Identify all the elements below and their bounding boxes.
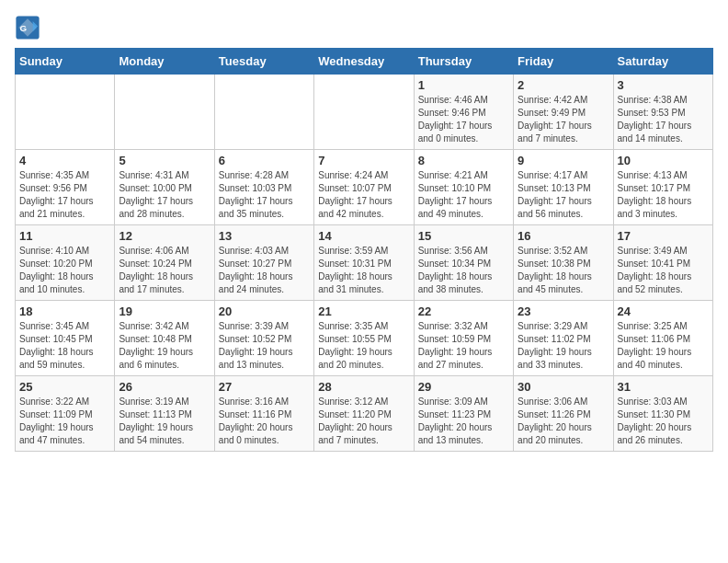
- calendar-cell: [16, 75, 115, 150]
- day-number: 17: [618, 229, 709, 243]
- day-number: 18: [19, 304, 110, 318]
- day-number: 26: [119, 380, 210, 394]
- day-info: Sunrise: 3:19 AM Sunset: 11:13 PM Daylig…: [119, 396, 210, 447]
- calendar-cell: 7Sunrise: 4:24 AM Sunset: 10:07 PM Dayli…: [314, 150, 414, 225]
- day-info: Sunrise: 3:03 AM Sunset: 11:30 PM Daylig…: [618, 396, 709, 447]
- day-number: 30: [518, 380, 609, 394]
- logo-icon: G: [15, 15, 40, 40]
- day-info: Sunrise: 4:28 AM Sunset: 10:03 PM Daylig…: [219, 169, 310, 221]
- header-sunday: Sunday: [16, 49, 115, 75]
- calendar-cell: 2Sunrise: 4:42 AM Sunset: 9:49 PM Daylig…: [514, 75, 613, 150]
- week-row-1: 1Sunrise: 4:46 AM Sunset: 9:46 PM Daylig…: [16, 75, 713, 150]
- day-number: 28: [318, 380, 409, 394]
- calendar-cell: 23Sunrise: 3:29 AM Sunset: 11:02 PM Dayl…: [514, 301, 613, 376]
- day-number: 6: [219, 154, 310, 167]
- day-info: Sunrise: 3:22 AM Sunset: 11:09 PM Daylig…: [19, 396, 110, 447]
- calendar-cell: 13Sunrise: 4:03 AM Sunset: 10:27 PM Dayl…: [214, 225, 313, 301]
- header-tuesday: Tuesday: [214, 49, 313, 75]
- calendar-cell: 15Sunrise: 3:56 AM Sunset: 10:34 PM Dayl…: [414, 225, 513, 301]
- header-wednesday: Wednesday: [314, 49, 414, 75]
- day-info: Sunrise: 4:42 AM Sunset: 9:49 PM Dayligh…: [518, 94, 609, 145]
- day-info: Sunrise: 3:42 AM Sunset: 10:48 PM Daylig…: [119, 320, 210, 372]
- week-row-4: 18Sunrise: 3:45 AM Sunset: 10:45 PM Dayl…: [16, 301, 713, 376]
- day-number: 31: [618, 380, 709, 394]
- day-info: Sunrise: 4:21 AM Sunset: 10:10 PM Daylig…: [418, 169, 509, 221]
- week-row-3: 11Sunrise: 4:10 AM Sunset: 10:20 PM Dayl…: [16, 225, 713, 301]
- day-number: 3: [618, 78, 709, 92]
- calendar-cell: 18Sunrise: 3:45 AM Sunset: 10:45 PM Dayl…: [16, 301, 115, 376]
- weekday-header-row: SundayMondayTuesdayWednesdayThursdayFrid…: [16, 49, 713, 75]
- day-info: Sunrise: 4:31 AM Sunset: 10:00 PM Daylig…: [119, 169, 210, 221]
- calendar-cell: 5Sunrise: 4:31 AM Sunset: 10:00 PM Dayli…: [115, 150, 214, 225]
- day-number: 14: [318, 229, 409, 243]
- day-info: Sunrise: 3:12 AM Sunset: 11:20 PM Daylig…: [318, 396, 409, 447]
- day-info: Sunrise: 4:03 AM Sunset: 10:27 PM Daylig…: [219, 245, 310, 296]
- day-info: Sunrise: 4:46 AM Sunset: 9:46 PM Dayligh…: [418, 94, 509, 145]
- svg-text:G: G: [20, 23, 28, 33]
- calendar-cell: 3Sunrise: 4:38 AM Sunset: 9:53 PM Daylig…: [613, 75, 712, 150]
- day-info: Sunrise: 3:29 AM Sunset: 11:02 PM Daylig…: [518, 320, 609, 372]
- calendar-cell: 12Sunrise: 4:06 AM Sunset: 10:24 PM Dayl…: [115, 225, 214, 301]
- day-number: 10: [618, 154, 709, 167]
- day-info: Sunrise: 4:24 AM Sunset: 10:07 PM Daylig…: [318, 169, 409, 221]
- day-info: Sunrise: 3:39 AM Sunset: 10:52 PM Daylig…: [219, 320, 310, 372]
- day-number: 19: [119, 304, 210, 318]
- day-info: Sunrise: 3:52 AM Sunset: 10:38 PM Daylig…: [518, 245, 609, 296]
- day-info: Sunrise: 3:32 AM Sunset: 10:59 PM Daylig…: [418, 320, 509, 372]
- day-number: 25: [19, 380, 110, 394]
- day-info: Sunrise: 3:59 AM Sunset: 10:31 PM Daylig…: [318, 245, 409, 296]
- calendar-cell: 1Sunrise: 4:46 AM Sunset: 9:46 PM Daylig…: [414, 75, 513, 150]
- calendar-cell: 9Sunrise: 4:17 AM Sunset: 10:13 PM Dayli…: [514, 150, 613, 225]
- calendar-cell: 4Sunrise: 4:35 AM Sunset: 9:56 PM Daylig…: [16, 150, 115, 225]
- calendar-cell: 19Sunrise: 3:42 AM Sunset: 10:48 PM Dayl…: [115, 301, 214, 376]
- day-info: Sunrise: 3:49 AM Sunset: 10:41 PM Daylig…: [618, 245, 709, 296]
- page-header: G: [15, 15, 713, 40]
- calendar-cell: 26Sunrise: 3:19 AM Sunset: 11:13 PM Dayl…: [115, 376, 214, 452]
- day-number: 4: [19, 154, 110, 167]
- day-info: Sunrise: 3:16 AM Sunset: 11:16 PM Daylig…: [219, 396, 310, 447]
- day-number: 22: [418, 304, 509, 318]
- calendar-cell: 14Sunrise: 3:59 AM Sunset: 10:31 PM Dayl…: [314, 225, 414, 301]
- day-number: 29: [418, 380, 509, 394]
- calendar-table: SundayMondayTuesdayWednesdayThursdayFrid…: [15, 48, 713, 452]
- day-number: 11: [19, 229, 110, 243]
- day-info: Sunrise: 3:35 AM Sunset: 10:55 PM Daylig…: [318, 320, 409, 372]
- day-number: 15: [418, 229, 509, 243]
- calendar-cell: 21Sunrise: 3:35 AM Sunset: 10:55 PM Dayl…: [314, 301, 414, 376]
- logo: G: [15, 15, 44, 40]
- calendar-cell: 17Sunrise: 3:49 AM Sunset: 10:41 PM Dayl…: [613, 225, 712, 301]
- calendar-cell: 27Sunrise: 3:16 AM Sunset: 11:16 PM Dayl…: [214, 376, 313, 452]
- day-number: 23: [518, 304, 609, 318]
- day-number: 27: [219, 380, 310, 394]
- day-info: Sunrise: 4:17 AM Sunset: 10:13 PM Daylig…: [518, 169, 609, 221]
- header-friday: Friday: [514, 49, 613, 75]
- week-row-2: 4Sunrise: 4:35 AM Sunset: 9:56 PM Daylig…: [16, 150, 713, 225]
- day-info: Sunrise: 3:25 AM Sunset: 11:06 PM Daylig…: [618, 320, 709, 372]
- day-number: 21: [318, 304, 409, 318]
- calendar-cell: 30Sunrise: 3:06 AM Sunset: 11:26 PM Dayl…: [514, 376, 613, 452]
- calendar-cell: 24Sunrise: 3:25 AM Sunset: 11:06 PM Dayl…: [613, 301, 712, 376]
- day-number: 12: [119, 229, 210, 243]
- day-number: 2: [518, 78, 609, 92]
- header-monday: Monday: [115, 49, 214, 75]
- day-info: Sunrise: 3:45 AM Sunset: 10:45 PM Daylig…: [19, 320, 110, 372]
- calendar-cell: 6Sunrise: 4:28 AM Sunset: 10:03 PM Dayli…: [214, 150, 313, 225]
- day-number: 5: [119, 154, 210, 167]
- day-info: Sunrise: 4:06 AM Sunset: 10:24 PM Daylig…: [119, 245, 210, 296]
- calendar-cell: [314, 75, 414, 150]
- day-info: Sunrise: 4:13 AM Sunset: 10:17 PM Daylig…: [618, 169, 709, 221]
- day-info: Sunrise: 3:56 AM Sunset: 10:34 PM Daylig…: [418, 245, 509, 296]
- day-info: Sunrise: 3:09 AM Sunset: 11:23 PM Daylig…: [418, 396, 509, 447]
- header-saturday: Saturday: [613, 49, 712, 75]
- calendar-cell: 25Sunrise: 3:22 AM Sunset: 11:09 PM Dayl…: [16, 376, 115, 452]
- day-info: Sunrise: 4:10 AM Sunset: 10:20 PM Daylig…: [19, 245, 110, 296]
- day-info: Sunrise: 3:06 AM Sunset: 11:26 PM Daylig…: [518, 396, 609, 447]
- day-number: 20: [219, 304, 310, 318]
- calendar-cell: [115, 75, 214, 150]
- calendar-cell: 10Sunrise: 4:13 AM Sunset: 10:17 PM Dayl…: [613, 150, 712, 225]
- week-row-5: 25Sunrise: 3:22 AM Sunset: 11:09 PM Dayl…: [16, 376, 713, 452]
- day-number: 16: [518, 229, 609, 243]
- calendar-cell: 29Sunrise: 3:09 AM Sunset: 11:23 PM Dayl…: [414, 376, 513, 452]
- calendar-cell: 22Sunrise: 3:32 AM Sunset: 10:59 PM Dayl…: [414, 301, 513, 376]
- day-number: 1: [418, 78, 509, 92]
